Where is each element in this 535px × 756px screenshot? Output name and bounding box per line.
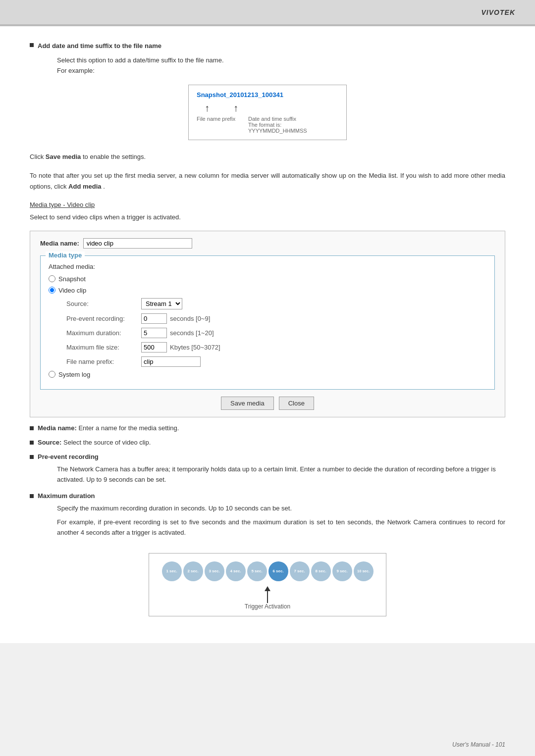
max-duration-desc2: For example, if pre-event recording is s… bbox=[57, 517, 505, 538]
bullet-max-duration-item: Maximum duration bbox=[30, 492, 505, 500]
pre-event-input[interactable] bbox=[141, 313, 167, 324]
bullet-pre-event-item: Pre-event recording bbox=[30, 453, 505, 460]
add-date-section: Add date and time suffix to the file nam… bbox=[30, 41, 505, 51]
arrow-head bbox=[265, 586, 270, 591]
pre-event-label: Pre-event recording: bbox=[66, 315, 138, 322]
bullet-pre-event: Pre-event recording The Network Camera h… bbox=[30, 453, 505, 485]
bullet-max-duration: Maximum duration Specify the maximum rec… bbox=[30, 492, 505, 538]
file-prefix-input[interactable] bbox=[141, 356, 201, 367]
circle-3: 3 sec. bbox=[205, 561, 224, 581]
video-clip-label: Video clip bbox=[58, 287, 86, 294]
bullet-source-item: Source: Select the source of video clip. bbox=[30, 439, 505, 446]
bullet-icon bbox=[30, 455, 34, 459]
brand-label: VIVOTEK bbox=[482, 8, 515, 16]
circle-1: 1 sec. bbox=[162, 561, 182, 581]
media-type-legend: Media type bbox=[46, 252, 85, 259]
max-file-label: Maximum file size: bbox=[66, 344, 138, 351]
bullet-icon bbox=[30, 441, 34, 445]
snapshot-radio[interactable] bbox=[49, 275, 55, 282]
header: VIVOTEK bbox=[0, 0, 535, 25]
media-name-row: Media name: bbox=[40, 238, 495, 249]
bullet-source: Source: Select the source of video clip. bbox=[30, 439, 505, 446]
add-date-indent: Select this option to add a date/time su… bbox=[57, 55, 505, 76]
save-media-line: Click Save media to enable the settings. bbox=[30, 152, 505, 162]
label-date-suffix: Date and time suffix bbox=[248, 116, 338, 122]
pre-event-bold: Pre-event recording bbox=[38, 453, 99, 460]
example-box: Snapshot_20101213_100341 ↑ ↑ File name p… bbox=[188, 85, 347, 140]
media-name-input[interactable] bbox=[83, 238, 192, 249]
source-row: Source: Stream 1 bbox=[66, 298, 486, 309]
label-format: The format is: YYYYMMDD_HHMMSS bbox=[248, 122, 338, 134]
arrow-1: ↑ bbox=[205, 102, 210, 114]
source-desc: Select the source of video clip. bbox=[63, 439, 151, 446]
click-text: Click bbox=[30, 153, 44, 160]
snapshot-label: Snapshot bbox=[58, 275, 86, 283]
system-log-label: System log bbox=[58, 371, 90, 378]
max-duration-bold: Maximum duration bbox=[38, 492, 95, 500]
max-file-row: Maximum file size: Kbytes [50~3072] bbox=[66, 342, 486, 353]
media-type-box: Media type Attached media: Snapshot Vide… bbox=[40, 255, 495, 390]
timeline-arrow bbox=[159, 586, 376, 603]
source-select[interactable]: Stream 1 bbox=[141, 298, 182, 309]
max-duration-row: Maximum duration: seconds [1~20] bbox=[66, 328, 486, 338]
arrow-2: ↑ bbox=[233, 102, 238, 114]
save-media-bold: Save media bbox=[46, 153, 81, 160]
file-prefix-label: File name prefix: bbox=[66, 358, 138, 365]
media-type-section: Media type - Video clip Select to send v… bbox=[30, 200, 505, 223]
max-duration-range: seconds [1~20] bbox=[170, 329, 214, 337]
arrow-line bbox=[267, 591, 268, 603]
pre-event-range: seconds [0~9] bbox=[170, 315, 210, 322]
file-prefix-row: File name prefix: bbox=[66, 356, 486, 367]
video-clip-radio[interactable] bbox=[49, 287, 55, 294]
add-date-bold: Add date and time suffix to the file nam… bbox=[38, 42, 161, 50]
media-type-heading: Media type - Video clip bbox=[30, 200, 505, 210]
arrow-row: ↑ ↑ bbox=[205, 102, 338, 114]
source-bold: Source: bbox=[38, 439, 61, 446]
circle-6: 6 sec. bbox=[268, 561, 288, 581]
circle-7: 7 sec. bbox=[290, 561, 310, 581]
bullet-icon bbox=[30, 426, 34, 430]
button-row: Save media Close bbox=[40, 397, 495, 410]
label-file-prefix: File name prefix bbox=[197, 116, 246, 134]
bullet-icon bbox=[30, 494, 34, 498]
close-button[interactable]: Close bbox=[279, 397, 314, 410]
video-clip-radio-row: Video clip bbox=[49, 287, 486, 294]
save-media-button[interactable]: Save media bbox=[221, 397, 274, 410]
enable-text: to enable the settings. bbox=[83, 153, 146, 160]
bullet-media-name-item: Media name: Enter a name for the media s… bbox=[30, 424, 505, 432]
circle-5: 5 sec. bbox=[247, 561, 267, 581]
add-date-text: Add date and time suffix to the file nam… bbox=[38, 41, 505, 51]
max-duration-desc1: Specify the maximum recording duration i… bbox=[57, 504, 505, 514]
timeline-circles: 1 sec. 2 sec. 3 sec. 4 sec. 5 sec. 6 sec… bbox=[159, 561, 376, 581]
bullet-media-name: Media name: Enter a name for the media s… bbox=[30, 424, 505, 432]
media-type-desc: Select to send video clips when a trigge… bbox=[30, 212, 505, 223]
pre-event-row: Pre-event recording: seconds [0~9] bbox=[66, 313, 486, 324]
max-duration-label: Maximum duration: bbox=[66, 329, 138, 337]
circle-8: 8 sec. bbox=[311, 561, 331, 581]
circle-4: 4 sec. bbox=[226, 561, 246, 581]
media-name-bold: Media name: bbox=[38, 424, 77, 432]
source-label: Source: bbox=[66, 300, 138, 307]
max-file-input[interactable] bbox=[141, 342, 167, 353]
attached-media-label: Attached media: bbox=[49, 263, 486, 270]
add-media-bold: Add media bbox=[68, 183, 101, 190]
bullet-icon bbox=[30, 43, 34, 47]
pre-event-desc: The Network Camera has a buffer area; it… bbox=[57, 464, 505, 485]
media-name-desc: Enter a name for the media setting. bbox=[78, 424, 179, 432]
circle-10: 10 sec. bbox=[354, 561, 374, 581]
max-duration-input[interactable] bbox=[141, 328, 167, 338]
video-options: Source: Stream 1 Pre-event recording: se… bbox=[66, 298, 486, 367]
system-log-radio[interactable] bbox=[49, 371, 55, 378]
circle-2: 2 sec. bbox=[183, 561, 203, 581]
max-file-range: Kbytes [50~3072] bbox=[170, 344, 220, 351]
snapshot-radio-row: Snapshot bbox=[49, 275, 486, 283]
example-filename: Snapshot_20101213_100341 bbox=[197, 91, 338, 99]
main-content: Add date and time suffix to the file nam… bbox=[0, 26, 535, 643]
media-name-label: Media name: bbox=[40, 240, 79, 247]
timeline-box: 1 sec. 2 sec. 3 sec. 4 sec. 5 sec. 6 sec… bbox=[149, 553, 386, 616]
page: VIVOTEK Add date and time suffix to the … bbox=[0, 0, 535, 756]
form-box: Media name: Media type Attached media: S… bbox=[30, 231, 505, 417]
system-log-radio-row: System log bbox=[49, 371, 486, 378]
page-footer: User's Manual - 101 bbox=[452, 741, 505, 748]
media-server-note: To note that after you set up the first … bbox=[30, 170, 505, 192]
